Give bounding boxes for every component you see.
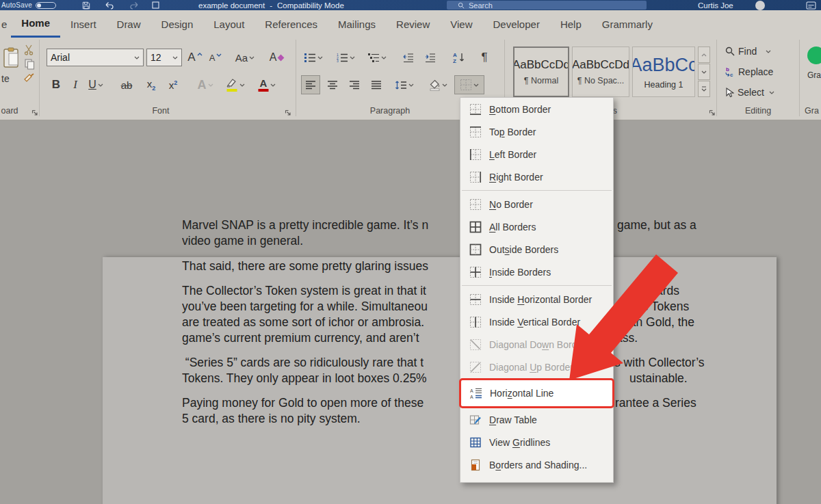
styles-scroll-up[interactable] <box>698 47 710 63</box>
font-color-button[interactable]: A <box>255 75 279 94</box>
menu-item-right-border[interactable]: Right Border <box>460 165 613 188</box>
superscript-button[interactable]: x2 <box>164 75 182 94</box>
underline-button[interactable]: U <box>85 75 107 94</box>
tab-view[interactable]: View <box>440 10 482 38</box>
user-name[interactable]: Curtis Joe <box>698 1 733 10</box>
font-group-label: Font <box>133 106 188 116</box>
menu-item-outside-borders[interactable]: Outside Borders <box>460 238 613 261</box>
find-button[interactable]: Find <box>725 46 771 57</box>
replace-button[interactable]: bc Replace <box>724 66 773 77</box>
align-left-button[interactable] <box>301 75 320 94</box>
bold-button[interactable]: B <box>48 75 64 94</box>
menu-item-horizontal-line[interactable]: AAHorizontal Line <box>459 378 614 408</box>
tab-grammarly[interactable]: Grammarly <box>592 10 663 38</box>
menu-item-all-borders[interactable]: All Borders <box>460 215 613 238</box>
sort-button[interactable]: AZ <box>449 48 469 67</box>
menu-item-label: Inside Horizontal Border <box>489 294 592 305</box>
tab-mailings[interactable]: Mailings <box>328 10 386 38</box>
svg-text:A: A <box>453 52 457 58</box>
styles-more-button[interactable] <box>698 81 710 97</box>
undo-icon[interactable] <box>105 1 114 10</box>
title-bar: AutoSave example document - Compatibilit… <box>0 0 821 10</box>
menu-item-label: Borders and Shading... <box>489 460 587 470</box>
shading-button[interactable] <box>424 75 452 94</box>
repeat-icon[interactable] <box>152 1 159 10</box>
menu-item-no-border[interactable]: No Border <box>460 193 613 215</box>
subscript-button[interactable]: x2 <box>142 75 160 94</box>
paste-icon[interactable] <box>3 47 19 72</box>
paragraph-group-label: Paragraph <box>363 106 417 116</box>
style-card-heading1[interactable]: AaBbCc Heading 1 <box>632 47 695 97</box>
autosave-toggle[interactable] <box>36 1 56 10</box>
draw-table-icon <box>469 414 482 426</box>
font-size-combobox[interactable]: 12 <box>146 49 182 66</box>
tab-home[interactable]: Home <box>11 10 60 38</box>
multilevel-list-button[interactable] <box>364 48 390 67</box>
font-name-combobox[interactable]: Arial <box>47 49 144 66</box>
numbering-button[interactable]: 123 <box>333 48 359 67</box>
document-canvas <box>0 120 821 504</box>
grammarly-icon[interactable] <box>807 47 821 64</box>
line-spacing-button[interactable] <box>391 75 417 94</box>
cursor-icon <box>725 88 734 98</box>
text-highlight-button[interactable] <box>222 75 248 94</box>
bullet-list-icon <box>304 53 316 62</box>
font-dialog-launcher[interactable] <box>285 107 293 115</box>
menu-item-label: Top Border <box>489 127 536 137</box>
align-right-button[interactable] <box>345 75 364 94</box>
tab-developer[interactable]: Developer <box>483 10 550 38</box>
menu-item-draw-table[interactable]: Draw Table <box>460 408 613 431</box>
avatar[interactable] <box>755 1 765 10</box>
decrease-indent-button[interactable] <box>400 48 417 67</box>
paint-bucket-icon <box>429 79 441 91</box>
tab-help[interactable]: Help <box>550 10 592 38</box>
menu-item-inside-vertical-border[interactable]: Inside Vertical Border <box>460 310 613 333</box>
ribbon-display-options-icon[interactable] <box>806 1 816 10</box>
tab-insert[interactable]: Insert <box>60 10 107 38</box>
copy-icon[interactable] <box>25 59 35 72</box>
shrink-font-button[interactable]: A <box>207 48 224 67</box>
align-right-icon <box>349 80 360 90</box>
borders-button[interactable] <box>454 75 484 94</box>
menu-item-borders-and-shading[interactable]: Borders and Shading... <box>460 453 613 476</box>
justify-button[interactable] <box>367 75 386 94</box>
style-card-normal[interactable]: AaBbCcDd ¶ Normal <box>513 47 569 97</box>
menu-item-inside-borders[interactable]: Inside Borders <box>460 261 613 283</box>
ribbon-tabs: HomeInsertDrawDesignLayoutReferencesMail… <box>11 10 663 38</box>
select-button[interactable]: Select <box>725 87 774 98</box>
save-icon[interactable] <box>82 1 90 10</box>
grow-font-button[interactable]: A <box>186 48 204 67</box>
chevron-down-icon <box>208 83 213 87</box>
format-painter-icon[interactable] <box>23 73 35 86</box>
inside-horizontal-border-icon <box>469 293 482 306</box>
italic-button[interactable]: I <box>68 75 82 94</box>
style-card-no-spacing[interactable]: AaBbCcDd ¶ No Spac... <box>572 47 629 97</box>
show-hide-pilcrow-button[interactable]: ¶ <box>476 48 493 67</box>
paste-label[interactable]: te <box>1 73 10 84</box>
styles-scroll-down[interactable] <box>698 64 710 80</box>
menu-item-view-gridlines[interactable]: View Gridlines <box>460 431 613 453</box>
clear-formatting-button[interactable]: A <box>267 48 286 67</box>
change-case-button[interactable]: Aa <box>233 48 257 67</box>
tab-draw[interactable]: Draw <box>107 10 151 38</box>
word-window: AutoSave example document - Compatibilit… <box>0 0 821 504</box>
tab-references[interactable]: References <box>255 10 328 38</box>
grammarly-button-label[interactable]: Gra <box>807 70 821 80</box>
align-center-button[interactable] <box>323 75 342 94</box>
increase-indent-button[interactable] <box>421 48 439 67</box>
menu-item-top-border[interactable]: Top Border <box>460 120 613 143</box>
tab-design[interactable]: Design <box>151 10 204 38</box>
chevron-down-icon <box>408 83 414 87</box>
bullets-button[interactable] <box>301 48 326 67</box>
menu-item-left-border[interactable]: Left Border <box>460 143 613 165</box>
tab-review[interactable]: Review <box>386 10 440 38</box>
tab-file-partial[interactable]: e <box>0 10 11 38</box>
tab-layout[interactable]: Layout <box>203 10 255 38</box>
search-box[interactable]: Search <box>447 1 647 10</box>
document-page[interactable] <box>103 257 777 504</box>
strikethrough-button[interactable]: ab <box>116 75 137 94</box>
menu-item-label: Outside Borders <box>489 244 558 255</box>
menu-item-inside-horizontal-border[interactable]: Inside Horizontal Border <box>460 288 613 310</box>
cut-icon[interactable] <box>23 44 34 58</box>
menu-item-bottom-border[interactable]: Bottom Border <box>460 98 613 120</box>
